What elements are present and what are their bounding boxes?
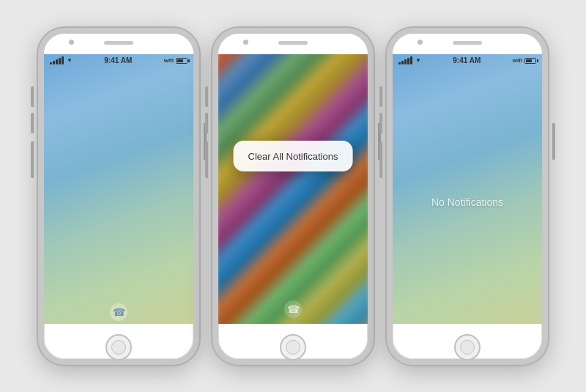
background-1 (44, 54, 193, 324)
signal-bar-3-4 (407, 58, 409, 64)
volume-down-button[interactable] (31, 141, 34, 178)
clear-all-text: Clear All Notifications (248, 151, 338, 162)
home-button-inner-3 (460, 340, 475, 355)
status-bar-right-3: wifi (513, 57, 536, 64)
phone-screen-2: Clear All Notifications ☎ (218, 54, 368, 324)
mute-button-3[interactable] (379, 86, 382, 107)
signal-icon-3 (398, 56, 412, 64)
background-overlay-2 (218, 54, 368, 324)
earpiece-speaker (104, 41, 133, 45)
volume-up-button-3[interactable] (379, 113, 382, 133)
clear-all-popup[interactable]: Clear All Notifications (234, 141, 353, 171)
status-bar-3: ▼ 9:41 AM wifi (393, 54, 542, 67)
home-button-3[interactable] (454, 334, 481, 360)
status-time-1: 9:41 AM (104, 56, 132, 64)
volume-up-button-2[interactable] (205, 113, 208, 133)
carrier-name: ▼ (67, 57, 73, 64)
signal-bar-1 (50, 62, 52, 64)
volume-down-button-3[interactable] (379, 141, 382, 178)
signal-bar-4 (59, 58, 61, 64)
front-camera-2 (243, 40, 248, 45)
phone-call-indicator-1: ☎ (110, 303, 127, 321)
signal-bar-5 (62, 56, 64, 64)
phone-top-bar-3 (393, 34, 542, 54)
carrier-name-3: ▼ (415, 57, 421, 64)
wifi-icon: wifi (164, 57, 174, 64)
volume-down-button-2[interactable] (205, 141, 208, 178)
signal-icon (50, 56, 64, 64)
phone-3: ▼ 9:41 AM wifi 🔍 Search 🎙 No Notificatio… (387, 28, 548, 365)
phone-frame-3: ▼ 9:41 AM wifi 🔍 Search 🎙 No Notificatio… (387, 28, 548, 365)
status-bar-left: ▼ (50, 56, 73, 64)
background-3 (393, 54, 542, 324)
home-button-inner-2 (286, 340, 300, 355)
battery-fill-3 (526, 59, 532, 62)
front-camera-3 (418, 40, 423, 45)
phone-frame-2: Clear All Notifications ☎ (212, 28, 374, 365)
signal-bar-2 (53, 61, 55, 64)
phone-screen-3: ▼ 9:41 AM wifi 🔍 Search 🎙 No Notificatio… (393, 54, 542, 324)
earpiece-speaker-3 (453, 41, 482, 45)
phone-top-bar (44, 34, 193, 54)
phone-top-bar-2 (218, 34, 368, 54)
status-bar-right-1: wifi (164, 57, 188, 64)
status-time-3: 9:41 AM (453, 56, 481, 64)
signal-bar-3 (56, 59, 58, 64)
volume-up-button[interactable] (31, 113, 34, 133)
front-camera (69, 40, 74, 45)
phone-2: Clear All Notifications ☎ (212, 28, 374, 365)
battery-fill (177, 59, 183, 62)
no-notifications-label: No Notifications (431, 196, 503, 208)
home-button-inner-1 (111, 340, 126, 355)
signal-bar-3-1 (398, 62, 401, 64)
battery-icon-1 (176, 58, 188, 64)
home-button-2[interactable] (280, 334, 306, 360)
battery-icon-3 (524, 58, 536, 64)
power-button-3[interactable] (552, 123, 555, 160)
phone-1: ▼ 9:41 AM wifi 🔍 Search 🎙 Missed (38, 28, 199, 365)
mute-button-2[interactable] (205, 86, 208, 107)
mute-button[interactable] (31, 86, 34, 107)
home-button-1[interactable] (105, 334, 132, 360)
status-bar-left-3: ▼ (398, 56, 421, 64)
wifi-icon-3: wifi (513, 57, 522, 64)
signal-bar-3-5 (410, 56, 412, 64)
phone-screen-1: ▼ 9:41 AM wifi 🔍 Search 🎙 Missed (44, 54, 193, 324)
call-icon-2: ☎ (284, 300, 302, 318)
signal-bar-3-3 (404, 59, 407, 64)
phone-frame-1: ▼ 9:41 AM wifi 🔍 Search 🎙 Missed (38, 28, 199, 365)
earpiece-speaker-2 (278, 41, 308, 45)
status-bar-1: ▼ 9:41 AM wifi (44, 54, 193, 67)
signal-bar-3-2 (401, 61, 404, 64)
